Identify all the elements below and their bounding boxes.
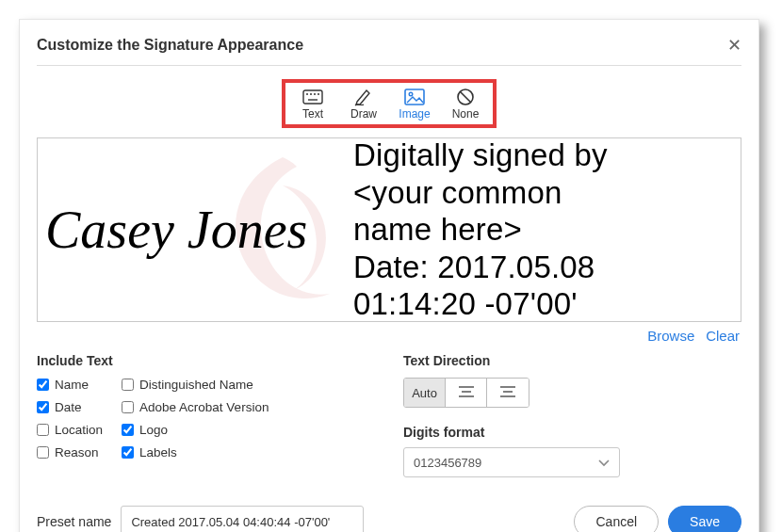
digits-format-heading: Digits format xyxy=(403,425,741,440)
options-row: Include Text Name Date Location xyxy=(37,353,741,477)
preset-name-label: Preset name xyxy=(37,514,111,529)
pen-icon xyxy=(353,87,374,107)
check-labels-label: Labels xyxy=(139,445,177,459)
check-reason-box[interactable] xyxy=(37,446,49,459)
preview-content: Casey Jones Digitally signed by <your co… xyxy=(38,138,741,321)
check-distinguished-box[interactable] xyxy=(122,379,134,391)
signature-mode-group: Text Draw Image None xyxy=(282,79,497,128)
digits-format-value: 0123456789 xyxy=(414,456,481,470)
check-logo-label: Logo xyxy=(139,423,168,437)
textdir-rtl-button[interactable] xyxy=(487,379,529,407)
check-location-label: Location xyxy=(55,423,103,437)
mode-draw-button[interactable]: Draw xyxy=(344,87,383,121)
cancel-button[interactable]: Cancel xyxy=(574,506,659,532)
mode-image-button[interactable]: Image xyxy=(395,87,434,121)
save-button[interactable]: Save xyxy=(668,506,741,532)
svg-point-7 xyxy=(409,92,413,96)
details-line: Date: 2017.05.08 xyxy=(353,249,608,286)
align-left-icon xyxy=(459,386,474,400)
mode-none-label: None xyxy=(452,107,480,121)
check-location[interactable]: Location xyxy=(37,423,103,437)
browse-link[interactable]: Browse xyxy=(647,328,694,344)
mode-image-label: Image xyxy=(399,107,430,121)
svg-line-9 xyxy=(461,92,471,103)
close-icon[interactable]: ✕ xyxy=(727,37,741,54)
text-direction-section: Text Direction Auto Digits format 012345… xyxy=(403,353,741,477)
check-logo[interactable]: Logo xyxy=(122,423,269,437)
signature-details: Digitally signed by <your common name he… xyxy=(353,137,608,322)
preset-name-input[interactable] xyxy=(121,506,364,532)
check-name-box[interactable] xyxy=(37,379,49,391)
check-distinguished[interactable]: Distinguished Name xyxy=(122,378,269,392)
keyboard-icon xyxy=(302,87,323,107)
signature-preview: Casey Jones Digitally signed by <your co… xyxy=(37,137,741,322)
details-line: <your common xyxy=(353,174,608,212)
check-reason[interactable]: Reason xyxy=(37,445,103,459)
check-logo-box[interactable] xyxy=(122,424,134,436)
check-name[interactable]: Name xyxy=(37,378,103,392)
details-line: 01:14:20 -07'00' xyxy=(353,285,608,322)
check-reason-label: Reason xyxy=(55,445,99,459)
check-date-label: Date xyxy=(55,400,82,414)
mode-text-label: Text xyxy=(302,107,323,121)
check-labels[interactable]: Labels xyxy=(122,445,269,459)
dialog-footer: Preset name Cancel Save xyxy=(37,506,741,532)
digits-format-select[interactable]: 0123456789 xyxy=(403,447,620,477)
none-icon xyxy=(456,87,475,107)
check-labels-box[interactable] xyxy=(122,446,134,459)
check-distinguished-label: Distinguished Name xyxy=(139,378,253,392)
details-line: Digitally signed by xyxy=(353,137,608,174)
textdir-ltr-button[interactable] xyxy=(446,379,487,407)
text-direction-group: Auto xyxy=(403,378,529,408)
signature-mode-row: Text Draw Image None xyxy=(37,79,741,128)
check-acrobat-version-label: Adobe Acrobat Version xyxy=(139,400,269,414)
dialog-title: Customize the Signature Appearance xyxy=(37,37,303,54)
include-text-section: Include Text Name Date Location xyxy=(37,353,375,477)
svg-rect-0 xyxy=(303,90,322,104)
mode-draw-label: Draw xyxy=(350,107,377,121)
check-acrobat-version-box[interactable] xyxy=(122,401,134,413)
image-icon xyxy=(404,87,425,107)
check-location-box[interactable] xyxy=(37,424,49,436)
dialog-header: Customize the Signature Appearance ✕ xyxy=(37,37,741,66)
clear-link[interactable]: Clear xyxy=(706,328,740,344)
include-text-heading: Include Text xyxy=(37,353,375,368)
chevron-down-icon xyxy=(598,456,610,470)
signature-appearance-dialog: Customize the Signature Appearance ✕ Tex… xyxy=(19,19,759,532)
check-name-label: Name xyxy=(55,378,89,392)
check-date-box[interactable] xyxy=(37,401,49,413)
check-date[interactable]: Date xyxy=(37,400,103,414)
include-text-grid: Name Date Location Reason xyxy=(37,378,375,459)
align-right-icon xyxy=(500,386,515,400)
textdir-auto-button[interactable]: Auto xyxy=(404,379,446,407)
signature-name: Casey Jones xyxy=(38,203,353,256)
mode-text-button[interactable]: Text xyxy=(293,87,333,121)
text-direction-heading: Text Direction xyxy=(403,353,741,368)
mode-none-button[interactable]: None xyxy=(446,87,485,121)
preview-actions: Browse Clear xyxy=(37,328,741,344)
check-acrobat-version[interactable]: Adobe Acrobat Version xyxy=(122,400,269,414)
details-line: name here> xyxy=(353,211,608,249)
